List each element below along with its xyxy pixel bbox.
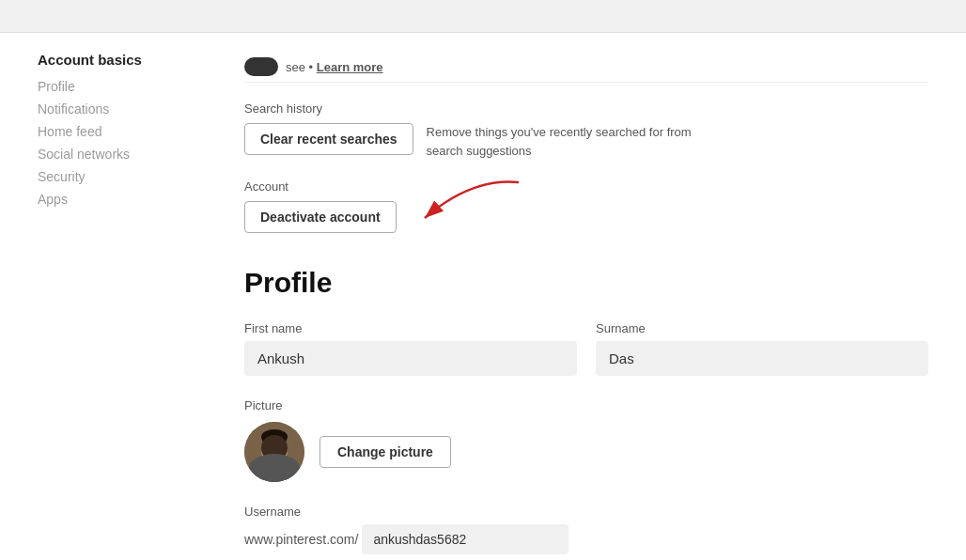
sidebar: Account basics Profile Notifications Hom…	[38, 52, 188, 560]
avatar-svg	[244, 422, 304, 482]
username-label: Username	[244, 505, 928, 519]
partial-text: see • Learn more	[286, 60, 383, 74]
page-layout: Account basics Profile Notifications Hom…	[0, 33, 966, 560]
change-picture-button[interactable]: Change picture	[319, 436, 451, 468]
username-prefix: www.pinterest.com/	[244, 532, 362, 547]
surname-label: Surname	[596, 321, 928, 335]
sidebar-item-profile[interactable]: Profile	[38, 79, 188, 94]
picture-row: Change picture	[244, 422, 928, 482]
account-section: Account Deactivate account	[244, 179, 928, 239]
search-history-row: Clear recent searches Remove things you'…	[244, 123, 928, 161]
sidebar-item-notifications[interactable]: Notifications	[38, 101, 188, 117]
search-history-description: Remove things you've recently searched f…	[427, 123, 709, 160]
search-history-label: Search history	[244, 101, 928, 116]
arrow-container: Deactivate account	[244, 201, 397, 239]
username-section: Username www.pinterest.com/	[244, 505, 928, 554]
svg-point-2	[263, 443, 274, 454]
main-content: see • Learn more Search history Clear re…	[188, 52, 928, 560]
profile-section: Profile First name Surname Picture	[244, 267, 928, 554]
sidebar-item-social-networks[interactable]: Social networks	[38, 147, 188, 162]
svg-point-8	[262, 430, 287, 447]
first-name-group: First name	[244, 321, 577, 376]
top-bar	[0, 0, 966, 33]
username-input[interactable]	[362, 524, 569, 554]
picture-label: Picture	[244, 398, 928, 412]
toggle-switch[interactable]	[244, 57, 278, 76]
surname-input[interactable]	[596, 341, 928, 376]
picture-section: Picture	[244, 398, 928, 482]
surname-group: Surname	[596, 321, 928, 376]
profile-heading: Profile	[244, 267, 928, 299]
svg-point-7	[261, 435, 288, 465]
first-name-label: First name	[244, 321, 577, 335]
avatar	[244, 422, 304, 482]
clear-recent-searches-button[interactable]: Clear recent searches	[244, 123, 413, 155]
sidebar-heading: Account basics	[38, 52, 188, 68]
name-form-row: First name Surname	[244, 321, 928, 376]
username-row: www.pinterest.com/	[244, 524, 928, 554]
svg-rect-4	[273, 446, 276, 448]
learn-more-link[interactable]: Learn more	[317, 60, 383, 74]
sidebar-item-home-feed[interactable]: Home feed	[38, 124, 188, 139]
account-label: Account	[244, 179, 928, 194]
svg-point-6	[254, 461, 295, 482]
sidebar-item-apps[interactable]: Apps	[38, 192, 188, 207]
partial-banner: see • Learn more	[244, 52, 928, 83]
first-name-input[interactable]	[244, 341, 577, 376]
deactivate-account-button[interactable]: Deactivate account	[244, 201, 397, 233]
sidebar-item-security[interactable]: Security	[38, 169, 188, 184]
svg-point-3	[274, 443, 286, 454]
